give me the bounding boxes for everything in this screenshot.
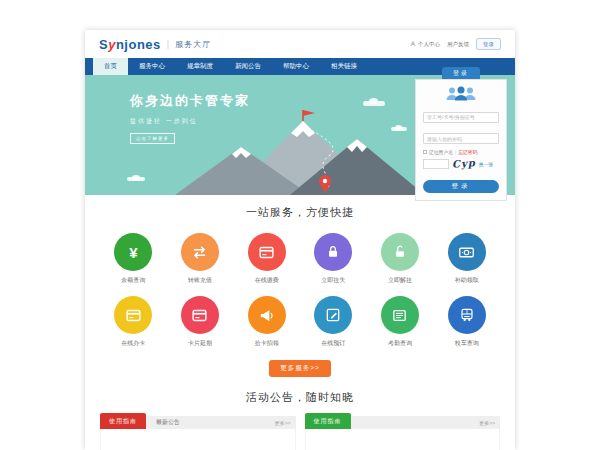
login-tab[interactable]: 登录 — [442, 67, 480, 79]
panel-content — [305, 429, 501, 450]
page: Synjones | 服务大厅 个人中心 用户反馈 登录 首页 服务中心 规章制… — [85, 30, 515, 450]
cloud-decoration — [363, 101, 385, 106]
service-balance-inquiry[interactable]: ¥ 余额查询 — [100, 233, 167, 285]
header-login-button[interactable]: 登录 — [476, 38, 501, 50]
logo-divider: | — [167, 39, 169, 49]
announcement-panels: 使用指南 最新公告 更多>> 使用指南 更多>> — [85, 416, 515, 450]
divider: | — [455, 150, 456, 155]
service-label: 补助领取 — [455, 276, 479, 285]
header-right: 个人中心 用户反馈 登录 — [410, 38, 501, 50]
lock-closed-icon — [314, 233, 352, 271]
more-link[interactable]: 更多>> — [479, 420, 500, 426]
service-label: 在线缴费 — [255, 276, 279, 285]
service-label: 在线预订 — [321, 339, 345, 348]
services-section: 一站服务，方便快捷 ¥ 余额查询 转账充值 在线缴费 — [85, 195, 515, 377]
captcha-input[interactable] — [423, 159, 449, 169]
guide-panel-right: 使用指南 更多>> — [305, 416, 501, 450]
person-icon — [410, 41, 416, 47]
edit-pencil-icon — [314, 296, 352, 334]
personal-center-label: 个人中心 — [418, 41, 440, 48]
guide-panel-left: 使用指南 最新公告 更多>> — [100, 416, 296, 450]
service-label: 立即挂失 — [321, 276, 345, 285]
service-transfer-recharge[interactable]: 转账充值 — [167, 233, 234, 285]
logo[interactable]: Synjones — [99, 37, 161, 52]
banknote-icon — [448, 233, 486, 271]
mountain-illustration — [175, 107, 425, 195]
login-panel: 登录 记住用户名 | 忘记密码 Cyp 换一张 — [415, 67, 507, 201]
user-feedback-label: 用户反馈 — [447, 41, 469, 48]
site-tagline: 服务大厅 — [175, 39, 211, 50]
cloud-decoration — [127, 177, 145, 181]
service-label: 拾卡招领 — [255, 339, 279, 348]
nav-item-links[interactable]: 相关链接 — [320, 58, 368, 75]
service-online-card-apply[interactable]: 在线办卡 — [100, 296, 167, 348]
remember-checkbox[interactable] — [423, 150, 427, 154]
tab-latest-announcements[interactable]: 最新公告 — [156, 418, 180, 427]
account-field[interactable] — [423, 112, 499, 123]
nav-item-service-center[interactable]: 服务中心 — [128, 58, 176, 75]
service-label: 转账充值 — [188, 276, 212, 285]
services-grid: ¥ 余额查询 转账充值 在线缴费 立即挂失 — [100, 233, 500, 348]
captcha-row: Cyp 换一张 — [423, 158, 499, 169]
tab-usage-guide[interactable]: 使用指南 — [100, 413, 146, 429]
bank-card-icon — [181, 296, 219, 334]
nav-item-rules[interactable]: 规章制度 — [176, 58, 224, 75]
service-online-booking[interactable]: 在线预订 — [300, 296, 367, 348]
nav-item-home[interactable]: 首页 — [93, 58, 128, 75]
more-link[interactable]: 更多>> — [275, 420, 296, 426]
panel-content — [100, 429, 296, 450]
tab-usage-guide[interactable]: 使用指南 — [305, 413, 351, 429]
service-label: 考勤查询 — [388, 339, 412, 348]
yuan-icon: ¥ — [114, 233, 152, 271]
service-cancel-loss[interactable]: 立即解挂 — [367, 233, 434, 285]
bank-card-icon — [248, 233, 286, 271]
service-label: 在线办卡 — [121, 339, 145, 348]
megaphone-icon — [248, 296, 286, 334]
password-field[interactable] — [423, 133, 499, 144]
service-attendance-inquiry[interactable]: 考勤查询 — [367, 296, 434, 348]
hero-cta-button[interactable]: 点击了解更多 — [130, 133, 175, 144]
service-report-loss[interactable]: 立即挂失 — [300, 233, 367, 285]
service-label: 校车查询 — [455, 339, 479, 348]
bank-card-icon — [114, 296, 152, 334]
nav-item-news[interactable]: 新闻公告 — [224, 58, 272, 75]
remember-row: 记住用户名 | 忘记密码 — [423, 149, 499, 155]
nav-item-help-center[interactable]: 帮助中心 — [272, 58, 320, 75]
panel-header: 使用指南 最新公告 更多>> — [100, 416, 296, 429]
hero-banner: 你身边的卡管专家 提供捷径 一步到位 点击了解更多 登录 — [85, 75, 515, 195]
service-online-payment[interactable]: 在线缴费 — [233, 233, 300, 285]
announcements-section: 活动公告，随时知晓 使用指南 最新公告 更多>> 使用指南 更多>> — [85, 390, 515, 450]
logo-accent: y — [108, 37, 116, 52]
list-icon — [381, 296, 419, 334]
login-submit-button[interactable]: 登录 — [423, 180, 499, 193]
service-found-card-claim[interactable]: 拾卡招领 — [233, 296, 300, 348]
login-form: 记住用户名 | 忘记密码 Cyp 换一张 登录 — [415, 79, 507, 201]
service-subsidy-collect[interactable]: 补助领取 — [433, 233, 500, 285]
transfer-arrows-icon — [181, 233, 219, 271]
more-services-button[interactable]: 更多服务>> — [269, 360, 331, 377]
service-label: 立即解挂 — [388, 276, 412, 285]
users-group-icon — [444, 86, 478, 101]
service-label: 卡片延期 — [188, 339, 212, 348]
services-title: 一站服务，方便快捷 — [100, 205, 500, 220]
announcements-title: 活动公告，随时知晓 — [85, 390, 515, 405]
bus-icon — [448, 296, 486, 334]
logo-prefix: S — [99, 37, 108, 52]
header: Synjones | 服务大厅 个人中心 用户反馈 登录 — [85, 30, 515, 58]
personal-center-link[interactable]: 个人中心 — [410, 41, 440, 48]
captcha-image[interactable]: Cyp — [452, 157, 476, 170]
lock-open-icon — [381, 233, 419, 271]
forgot-password-link[interactable]: 忘记密码 — [458, 149, 477, 155]
panel-header: 使用指南 更多>> — [305, 416, 501, 429]
user-feedback-link[interactable]: 用户反馈 — [447, 41, 469, 48]
logo-suffix: njones — [116, 37, 161, 52]
service-card-extension[interactable]: 卡片延期 — [167, 296, 234, 348]
service-school-bus-inquiry[interactable]: 校车查询 — [433, 296, 500, 348]
service-label: 余额查询 — [121, 276, 145, 285]
captcha-refresh-link[interactable]: 换一张 — [479, 161, 493, 167]
remember-label: 记住用户名 — [429, 149, 453, 155]
